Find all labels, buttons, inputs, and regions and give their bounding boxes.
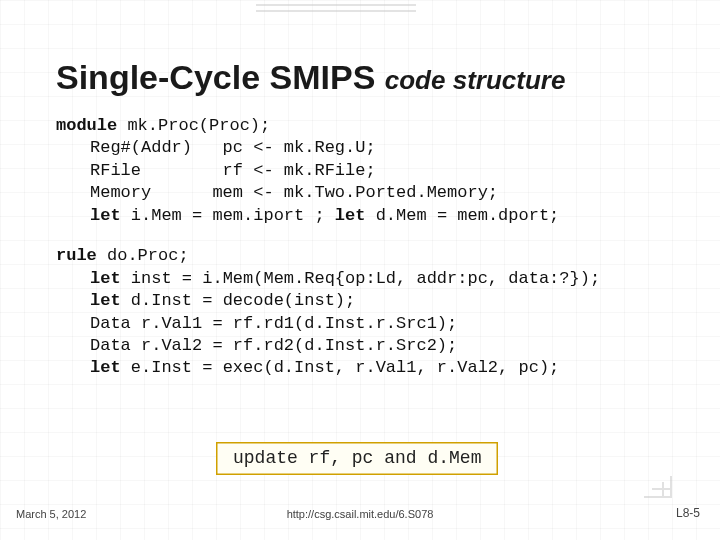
code2-l2: let inst = i.Mem(Mem.Req{op:Ld, addr:pc,…: [56, 269, 600, 288]
code1-l4: Memory mem <- mk.Two.Ported.Memory;: [56, 183, 498, 202]
corner-decoration: [644, 476, 672, 498]
kw-let-1: let: [90, 206, 121, 225]
title-main: Single-Cycle SMIPS: [56, 58, 385, 96]
slide-title: Single-Cycle SMIPS code structure: [56, 58, 664, 97]
footer-url: http://csg.csail.mit.edu/6.S078: [0, 508, 720, 520]
code2-l1b: do.Proc;: [97, 246, 189, 265]
kw-module: module: [56, 116, 117, 135]
code2-l6: let e.Inst = exec(d.Inst, r.Val1, r.Val2…: [56, 358, 559, 377]
kw-let-2: let: [335, 206, 366, 225]
code2-l5: Data r.Val2 = rf.rd2(d.Inst.r.Src2);: [56, 336, 457, 355]
code2-l4: Data r.Val1 = rf.rd1(d.Inst.r.Src1);: [56, 314, 457, 333]
code1-l3: RFile rf <- mk.RFile;: [56, 161, 376, 180]
slide-content: Single-Cycle SMIPS code structure module…: [0, 0, 720, 380]
code1-l5: let i.Mem = mem.iport ; let d.Mem = mem.…: [56, 206, 559, 225]
code-block-1: module mk.Proc(Proc); Reg#(Addr) pc <- m…: [56, 115, 664, 227]
title-sub: code structure: [385, 65, 566, 95]
code2-l2b: inst = i.Mem(Mem.Req{op:Ld, addr:pc, dat…: [121, 269, 600, 288]
kw-let-5: let: [90, 358, 121, 377]
code2-l3: let d.Inst = decode(inst);: [56, 291, 355, 310]
annotation-box: update rf, pc and d.Mem: [216, 442, 498, 475]
code2-l3b: d.Inst = decode(inst);: [121, 291, 356, 310]
code2-l6b: e.Inst = exec(d.Inst, r.Val1, r.Val2, pc…: [121, 358, 560, 377]
footer-page-number: L8-5: [676, 506, 700, 520]
code1-l5b: i.Mem = mem.iport ;: [121, 206, 335, 225]
code1-l5d: d.Mem = mem.dport;: [365, 206, 559, 225]
code1-l1b: mk.Proc(Proc);: [117, 116, 270, 135]
kw-rule: rule: [56, 246, 97, 265]
code-block-2: rule do.Proc; let inst = i.Mem(Mem.Req{o…: [56, 245, 664, 380]
kw-let-4: let: [90, 291, 121, 310]
code1-l2: Reg#(Addr) pc <- mk.Reg.U;: [56, 138, 376, 157]
kw-let-3: let: [90, 269, 121, 288]
